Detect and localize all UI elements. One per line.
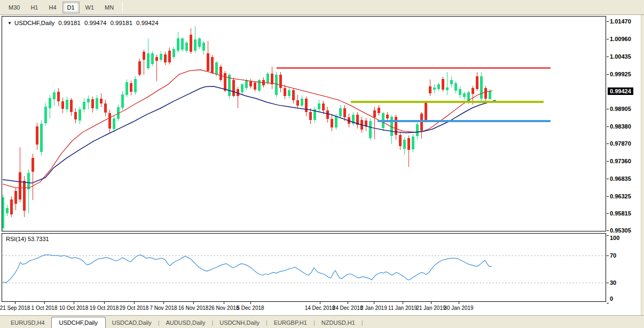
candle-body bbox=[143, 52, 145, 60]
window-right-edge bbox=[641, 15, 644, 315]
chart-tab-eurgbp[interactable]: EURGBP,H1 bbox=[268, 318, 313, 328]
candle-body bbox=[2, 197, 4, 228]
candle-body bbox=[57, 92, 60, 101]
timeframe-toolbar: M30 H1 H4 D1 W1 MN bbox=[0, 0, 644, 15]
candle-body bbox=[322, 103, 325, 110]
candle-body bbox=[266, 74, 269, 83]
candle-body bbox=[489, 91, 491, 99]
candle-body bbox=[134, 79, 137, 92]
date-axis-tick bbox=[134, 302, 135, 304]
candle-body bbox=[100, 99, 103, 104]
price-axis-tick bbox=[607, 161, 609, 162]
candle-body bbox=[160, 54, 162, 60]
date-axis-tick bbox=[459, 302, 459, 304]
candle-body bbox=[472, 88, 474, 94]
candle-body bbox=[296, 100, 299, 106]
candle-body bbox=[194, 39, 197, 51]
candle-body bbox=[66, 100, 68, 109]
rsi-axis-tick bbox=[607, 283, 609, 283]
chart-tab-nzdusd[interactable]: NZDUSD,H1 bbox=[315, 318, 362, 328]
timeframe-button-d1[interactable]: D1 bbox=[62, 2, 80, 13]
price-axis-label: 0.96325 bbox=[610, 193, 631, 199]
price-axis-tick bbox=[607, 230, 609, 231]
timeframe-button-h4[interactable]: H4 bbox=[44, 2, 61, 13]
chart-tab-audusd[interactable]: AUDUSD,Daily bbox=[160, 318, 212, 328]
candle-body bbox=[326, 110, 329, 119]
rsi-indicator-panel[interactable]: RSI(14) 53.7331 bbox=[2, 233, 606, 302]
candle-body bbox=[207, 53, 209, 71]
price-axis-label: 0.97870 bbox=[610, 140, 631, 147]
date-axis-tick bbox=[250, 302, 251, 304]
candle-body bbox=[454, 83, 457, 90]
date-axis-tick bbox=[163, 302, 164, 304]
candle-body bbox=[429, 86, 431, 93]
price-axis-label: 0.98380 bbox=[610, 123, 631, 130]
chart-tab-usdcad[interactable]: USDCAD,Daily bbox=[106, 318, 158, 328]
candlestick-chart-panel[interactable]: ▼USDCHF,Daily0.991810.994740.991810.9942… bbox=[2, 16, 606, 231]
candle-body bbox=[202, 43, 205, 51]
candlestick-chart-canvas[interactable] bbox=[2, 17, 606, 231]
candle-body bbox=[104, 103, 107, 113]
price-axis-tick bbox=[607, 57, 609, 57]
price-axis[interactable]: 1.014701.009601.004350.999250.989050.983… bbox=[607, 15, 641, 315]
candle-body bbox=[215, 62, 218, 75]
date-axis-label: 10 Oct 2018 bbox=[59, 305, 88, 311]
rsi-axis-tick bbox=[607, 235, 609, 236]
candle-body bbox=[78, 109, 81, 121]
candle-body bbox=[91, 99, 94, 108]
candle-body bbox=[386, 115, 389, 118]
timeframe-button-w1[interactable]: W1 bbox=[81, 2, 99, 13]
ohlc-close-value: 0.99424 bbox=[136, 20, 159, 26]
candle-body bbox=[155, 57, 158, 60]
price-axis-label: 1.01470 bbox=[610, 18, 631, 25]
price-axis-tick bbox=[607, 21, 609, 22]
date-axis-label: 21 Sep 2018 bbox=[0, 305, 30, 311]
candle-body bbox=[168, 51, 171, 62]
date-axis-label: 11 Jan 2019 bbox=[388, 305, 417, 311]
chart-tab-eurusd[interactable]: EURUSD,H4 bbox=[4, 318, 51, 328]
date-axis-label: 5 Dec 2018 bbox=[237, 305, 264, 311]
candle-body bbox=[331, 119, 333, 127]
date-axis-label: 16 Nov 2018 bbox=[178, 305, 209, 311]
candle-body bbox=[147, 53, 150, 68]
candle-body bbox=[151, 53, 154, 64]
candle-body bbox=[121, 94, 124, 108]
candle-body bbox=[74, 112, 77, 119]
candle-body bbox=[288, 90, 290, 96]
candle-body bbox=[96, 98, 98, 109]
candle-body bbox=[40, 124, 43, 152]
date-axis-tick bbox=[74, 302, 74, 304]
price-axis-label: 0.95815 bbox=[610, 210, 631, 217]
candle-body bbox=[484, 88, 487, 99]
rsi-chart-canvas[interactable] bbox=[2, 234, 606, 301]
timeframe-button-h1[interactable]: H1 bbox=[26, 2, 43, 13]
candle-body bbox=[125, 82, 128, 95]
candle-body bbox=[275, 75, 278, 95]
candle-body bbox=[258, 80, 261, 91]
candle-body bbox=[305, 99, 308, 112]
timeframe-button-mn[interactable]: MN bbox=[100, 2, 119, 13]
chart-tab-usdchf-active[interactable]: USDCHF,Daily bbox=[51, 317, 106, 328]
candle-body bbox=[433, 87, 436, 90]
current-price-tag: 0.99424 bbox=[608, 87, 633, 95]
candle-body bbox=[254, 83, 256, 90]
candle-body bbox=[459, 89, 461, 95]
candle-body bbox=[164, 54, 167, 62]
candle-body bbox=[446, 87, 449, 90]
candle-body bbox=[425, 103, 427, 121]
price-axis-label: 0.99925 bbox=[610, 71, 631, 77]
timeframe-button-m30[interactable]: M30 bbox=[4, 2, 25, 13]
rsi-axis-tick bbox=[607, 255, 609, 256]
date-axis-label: 24 Dec 2018 bbox=[333, 305, 363, 311]
candle-body bbox=[279, 75, 282, 88]
price-axis-tick bbox=[607, 213, 609, 214]
ohlc-low-value: 0.99181 bbox=[110, 20, 132, 26]
price-axis-label: 0.97360 bbox=[610, 158, 631, 164]
date-axis-tick bbox=[193, 302, 194, 304]
candle-body bbox=[395, 117, 397, 135]
price-axis-tick bbox=[607, 126, 609, 127]
rsi-axis-label: 100 bbox=[610, 235, 619, 241]
chart-tab-usdcnh[interactable]: USDCNH,Daily bbox=[213, 318, 266, 328]
tab-separator: | bbox=[362, 319, 363, 328]
date-axis[interactable]: 21 Sep 20181 Oct 201810 Oct 201819 Oct 2… bbox=[2, 302, 607, 315]
